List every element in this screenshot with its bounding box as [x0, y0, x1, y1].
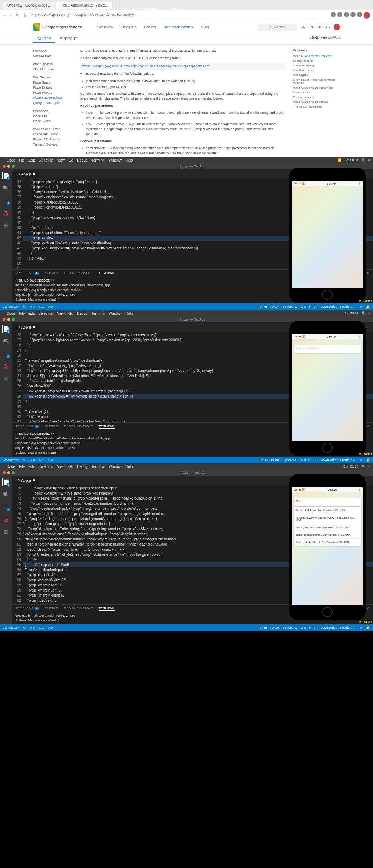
autocomplete-item[interactable]: test.ai, Brannan Street, San Francisco, … [294, 531, 361, 539]
nav-overview[interactable]: Overview [97, 25, 113, 30]
status-errors[interactable]: ⊘ 0 [29, 458, 35, 462]
sidebar-item[interactable]: Overview [33, 49, 73, 54]
menu-help[interactable]: Help [125, 311, 133, 315]
nav-documentation[interactable]: Documentation ▾ [163, 25, 193, 30]
status-encoding[interactable]: UTF-8 [301, 305, 310, 309]
status-warnings[interactable]: ⚠ 1 [38, 458, 44, 462]
toc-item[interactable]: Error messages [293, 95, 340, 100]
home-button[interactable] [322, 607, 333, 617]
status-language[interactable]: JavaScript [321, 626, 337, 629]
sidebar-item[interactable]: Overviews [33, 108, 73, 113]
menubar-wifi-icon[interactable]: 📶 [337, 158, 341, 162]
debug-icon[interactable]: 🐞 [2, 209, 9, 217]
explorer-icon[interactable]: 📄1 [2, 172, 9, 179]
extension-icon[interactable] [331, 12, 336, 17]
sidebar-item[interactable]: Client Libraries [33, 67, 73, 72]
close-window-button[interactable] [3, 318, 6, 321]
menu-code[interactable]: Code [7, 158, 15, 162]
home-button[interactable] [322, 443, 333, 453]
status-branch[interactable]: ⎇ master* [3, 626, 19, 629]
menu-edit[interactable]: Edit [28, 311, 35, 315]
close-window-button[interactable] [3, 471, 6, 474]
status-branch[interactable]: ⎇ master* [3, 458, 19, 462]
menu-file[interactable]: File [19, 465, 25, 469]
close-panel-icon[interactable]: ✕ [366, 271, 369, 275]
search-input[interactable]: Test [294, 498, 361, 506]
menu-view[interactable]: View [57, 158, 65, 162]
menu-help[interactable]: Help [125, 158, 133, 162]
editor-tab-appjs[interactable]: JS App.js [12, 171, 39, 178]
profile-avatar[interactable] [334, 24, 340, 30]
sidebar-item[interactable]: Dev Guides [33, 75, 73, 80]
home-button[interactable] [322, 290, 333, 300]
sidebar-item[interactable]: Web Services [33, 62, 73, 67]
status-feedback-icon[interactable]: ☺ [359, 458, 362, 462]
toc-item[interactable]: Session tokens [293, 58, 340, 63]
status-debug[interactable]: ▷ 0 [48, 305, 53, 309]
debug-icon[interactable]: 🐞 [2, 363, 9, 370]
status-eol[interactable]: LF [314, 305, 318, 309]
status-sync-icon[interactable]: ⟲ [23, 305, 25, 309]
toc-item[interactable]: Location restrict [293, 68, 340, 73]
all-products-link[interactable]: ALL PRODUCTS [302, 25, 330, 29]
editor-tab-appjs[interactable]: JSApp.js [12, 477, 39, 484]
search-icon[interactable]: 🔍 [2, 338, 9, 345]
debug-icon[interactable]: 🐞 [2, 516, 9, 523]
nav-pricing[interactable]: Pricing [144, 25, 156, 30]
menu-terminal[interactable]: Terminal [91, 465, 105, 469]
status-indent[interactable]: Spaces: 2 [283, 305, 297, 309]
status-cursor[interactable]: Ln 45, Col 17 [259, 305, 279, 309]
menu-selection[interactable]: Selection [38, 158, 53, 162]
maximize-window-button[interactable] [12, 471, 15, 474]
tab-debug-console[interactable]: DEBUG CONSOLE [64, 271, 93, 275]
maximize-window-button[interactable] [12, 165, 15, 168]
menu-code[interactable]: Code [7, 311, 15, 315]
sidebar-item-active[interactable]: Place Autocomplete [33, 95, 73, 100]
toc-item[interactable]: Location biasing [293, 63, 340, 68]
minimize-window-button[interactable] [7, 165, 10, 168]
menu-help[interactable]: Help [125, 465, 133, 469]
toc-item[interactable]: The sensor Parameter [293, 104, 340, 109]
tab-output[interactable]: OUTPUT [45, 425, 58, 428]
menu-go[interactable]: Go [68, 311, 73, 315]
sidebar-item[interactable]: Policies and Terms [33, 127, 73, 132]
menu-view[interactable]: View [57, 465, 65, 469]
explorer-icon[interactable]: 📄1 [2, 325, 9, 333]
close-window-button[interactable] [3, 165, 6, 168]
status-prettier[interactable]: Prettier: ✓ [340, 626, 356, 629]
more-icon[interactable]: ⋯ [366, 478, 370, 483]
extension-icon[interactable] [344, 12, 349, 17]
menu-selection[interactable]: Selection [38, 311, 53, 315]
toc-item[interactable]: Examples of Place Autocomplete requests [293, 77, 340, 85]
tab-output[interactable]: OUTPUT [45, 271, 58, 275]
profile-avatar[interactable] [364, 12, 370, 19]
extension-icon[interactable] [357, 12, 362, 17]
status-bell-icon[interactable]: 🔔 [366, 458, 370, 462]
menubar-menu-icon[interactable]: ≡ [368, 158, 370, 162]
tab-terminal[interactable]: TERMINAL [99, 607, 115, 611]
menu-selection[interactable]: Selection [38, 465, 53, 469]
menu-file[interactable]: File [19, 158, 25, 162]
gmaps-logo[interactable]: Google Maps Platform [33, 23, 82, 31]
nav-products[interactable]: Products [121, 25, 136, 30]
send-feedback-link[interactable]: SEND FEEDBACK [310, 35, 340, 43]
toc-item[interactable]: Place types [293, 73, 340, 77]
sidebar-item[interactable]: Query Autocomplete [33, 100, 73, 105]
close-panel-icon[interactable]: ✕ [366, 607, 369, 610]
menu-window[interactable]: Window [109, 465, 122, 469]
sidebar-item[interactable]: Place Photos [33, 90, 73, 95]
menubar-search-icon[interactable]: 🔍 [361, 158, 365, 162]
status-encoding[interactable]: UTF-8 [301, 626, 310, 629]
status-debug[interactable]: ▷ 0 [48, 458, 53, 462]
sidebar-item[interactable]: Get API Key [33, 54, 73, 59]
status-errors[interactable]: ⊘ 0 [29, 626, 35, 629]
autocomplete-item[interactable]: Testarossa Winery, College Avenue, Los G… [294, 514, 361, 524]
sim-map[interactable] [292, 186, 363, 288]
status-language[interactable]: JavaScript [321, 305, 337, 309]
autocomplete-item[interactable]: test IO, Mission Street, San Francisco, … [294, 524, 361, 531]
sidebar-item[interactable]: Place Types [33, 119, 73, 124]
autocomplete-item[interactable]: Tested, Market Street, San Francisco, CA… [294, 539, 361, 546]
extensions-icon[interactable]: ⊞ [2, 222, 9, 229]
status-indent[interactable]: Spaces: 2 [283, 626, 297, 629]
status-warnings[interactable]: ⚠ 1 [38, 626, 44, 629]
